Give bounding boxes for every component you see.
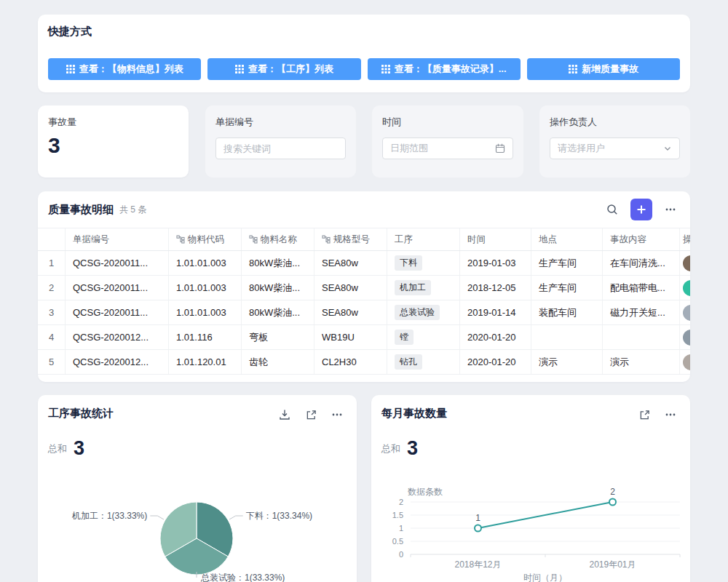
column-header: 规格型号 bbox=[314, 228, 387, 250]
spec-cell: SEA80w bbox=[314, 300, 387, 324]
table-row[interactable]: 3QCSG-2020011...1.01.01.00380kW柴油...SEA8… bbox=[38, 300, 690, 325]
pie-card-toolbar bbox=[275, 405, 347, 424]
column-header: 地点 bbox=[531, 228, 603, 250]
table-row[interactable]: 5QCSG-2020012...1.01.120.01齿轮CL2H30钻孔202… bbox=[38, 350, 690, 375]
shortcut-button-4[interactable]: 新增质量事故 bbox=[527, 58, 680, 80]
process-tag: 机加工 bbox=[395, 280, 431, 295]
avatar bbox=[683, 354, 690, 370]
shortcut-button-label: 新增质量事故 bbox=[582, 63, 638, 76]
table-row-count: 共 5 条 bbox=[119, 204, 603, 216]
doc-number-cell: QCSG-2020012... bbox=[66, 350, 169, 374]
column-header-label: 物料代码 bbox=[188, 234, 224, 246]
shortcut-button-1[interactable]: 查看：【物料信息】列表 bbox=[48, 58, 201, 80]
data-table: 单据编号物料代码物料名称规格型号工序时间地点事故内容操作负责人 1QCSG-20… bbox=[38, 228, 690, 382]
operator-cell bbox=[680, 325, 690, 349]
column-header-label: 单据编号 bbox=[73, 234, 109, 246]
avatar bbox=[683, 280, 690, 296]
chart-text: 1 bbox=[475, 513, 480, 523]
download-icon bbox=[279, 409, 290, 420]
chevron-down-icon bbox=[663, 144, 672, 153]
user-select[interactable]: 请选择用户 bbox=[550, 137, 680, 159]
more-icon bbox=[665, 204, 676, 215]
line-total-value: 3 bbox=[407, 439, 418, 458]
column-header: 时间 bbox=[460, 228, 531, 250]
shortcut-button-2[interactable]: 查看：【工序】列表 bbox=[207, 58, 360, 80]
user-select-placeholder: 请选择用户 bbox=[558, 142, 663, 155]
add-record-button[interactable] bbox=[630, 199, 652, 220]
chart-text: 机加工：1(33.33%) bbox=[71, 511, 147, 521]
search-button[interactable] bbox=[603, 200, 622, 219]
table-row[interactable]: 4QCSG-2020012...1.01.116弯板WB19U镗2020-01-… bbox=[38, 325, 690, 350]
column-header-label: 时间 bbox=[467, 234, 486, 246]
more-button[interactable] bbox=[661, 405, 680, 424]
process-tag: 镗 bbox=[395, 330, 414, 345]
expand-button[interactable] bbox=[301, 405, 320, 424]
row-number-cell: 5 bbox=[38, 350, 66, 374]
content-cell: 在车间清洗... bbox=[603, 251, 680, 275]
chart-text: 2 bbox=[610, 487, 615, 497]
lookup-field-icon bbox=[249, 235, 258, 244]
date-cell: 2020-01-20 bbox=[460, 325, 531, 349]
expand-icon bbox=[639, 410, 650, 420]
shortcut-buttons: 查看：【物料信息】列表查看：【工序】列表查看：【质量事故记录】...新增质量事故 bbox=[48, 58, 680, 80]
date-range-placeholder: 日期范围 bbox=[390, 142, 495, 155]
pie-total-label: 总和 bbox=[48, 442, 67, 458]
more-button[interactable] bbox=[328, 405, 347, 424]
grid-icon bbox=[569, 65, 577, 73]
date-cell: 2018-12-05 bbox=[460, 276, 531, 300]
column-header-label: 物料名称 bbox=[261, 234, 297, 246]
table-card-header: 质量事故明细 共 5 条 bbox=[38, 191, 690, 228]
operator-filter-label: 操作负责人 bbox=[550, 116, 597, 129]
grid-icon bbox=[235, 65, 244, 73]
material-name-cell: 齿轮 bbox=[242, 350, 314, 374]
shortcuts-card: 快捷方式 查看：【物料信息】列表查看：【工序】列表查看：【质量事故记录】...新… bbox=[38, 15, 690, 92]
shortcut-button-label: 查看：【工序】列表 bbox=[248, 63, 333, 76]
table-body: 1QCSG-2020011...1.01.01.00380kW柴油...SEA8… bbox=[38, 251, 690, 375]
more-icon bbox=[665, 409, 676, 420]
line-chart: 数据条数00.511.5212018年12月22019年01月时间（月） bbox=[371, 468, 690, 582]
process-tag: 钻孔 bbox=[395, 354, 422, 370]
spec-cell: CL2H30 bbox=[314, 350, 387, 374]
lookup-field-icon bbox=[176, 235, 185, 244]
line-chart-title: 每月事故数量 bbox=[381, 407, 447, 420]
column-header-label: 操作负责人 bbox=[683, 234, 690, 246]
operator-cell bbox=[680, 276, 690, 300]
chart-text: 2 bbox=[399, 498, 403, 506]
doc-filter-label: 单据编号 bbox=[215, 116, 253, 129]
more-button[interactable] bbox=[661, 200, 680, 219]
process-cell: 钻孔 bbox=[387, 350, 460, 374]
date-range-input[interactable]: 日期范围 bbox=[382, 137, 513, 159]
date-cell: 2019-01-03 bbox=[460, 251, 531, 275]
column-header: 事故内容 bbox=[603, 228, 680, 250]
pie-chart-title: 工序事故统计 bbox=[48, 407, 114, 420]
row-number-cell: 1 bbox=[38, 251, 66, 275]
chart-text: 0.5 bbox=[392, 537, 403, 546]
table-row[interactable]: 1QCSG-2020011...1.01.01.00380kW柴油...SEA8… bbox=[38, 251, 690, 276]
pie-total-stat: 总和 3 bbox=[48, 439, 84, 458]
column-header-label: 工序 bbox=[395, 234, 413, 246]
spec-cell: SEA80w bbox=[314, 251, 387, 275]
chart-text: 总装试验：1(33.33%) bbox=[200, 573, 285, 582]
calendar-icon bbox=[495, 143, 505, 154]
table-header-row: 单据编号物料代码物料名称规格型号工序时间地点事故内容操作负责人 bbox=[38, 228, 690, 251]
data-point bbox=[475, 525, 481, 532]
download-button[interactable] bbox=[275, 405, 294, 424]
expand-button[interactable] bbox=[635, 405, 654, 424]
doc-number-cell: QCSG-2020011... bbox=[66, 300, 169, 324]
column-header: 工序 bbox=[387, 228, 460, 250]
lookup-field-icon bbox=[322, 235, 331, 244]
chart-text: 1.5 bbox=[392, 511, 403, 519]
stat-card-accidents: 事故量 3 bbox=[38, 105, 189, 178]
process-cell: 机加工 bbox=[387, 276, 460, 300]
column-header: 操作负责人 bbox=[680, 228, 690, 250]
shortcut-button-3[interactable]: 查看：【质量事故记录】... bbox=[368, 58, 521, 80]
more-icon bbox=[331, 409, 343, 420]
chart-text: 2019年01月 bbox=[589, 559, 636, 570]
chart-text: 2018年12月 bbox=[454, 559, 501, 570]
doc-search-input[interactable] bbox=[215, 137, 346, 159]
column-header-label: 地点 bbox=[539, 234, 557, 246]
pie-total-value: 3 bbox=[74, 439, 84, 458]
shortcuts-title: 快捷方式 bbox=[48, 25, 92, 39]
operator-cell bbox=[680, 300, 690, 324]
table-row[interactable]: 2QCSG-2020011...1.01.01.00380kW柴油...SEA8… bbox=[38, 276, 690, 300]
